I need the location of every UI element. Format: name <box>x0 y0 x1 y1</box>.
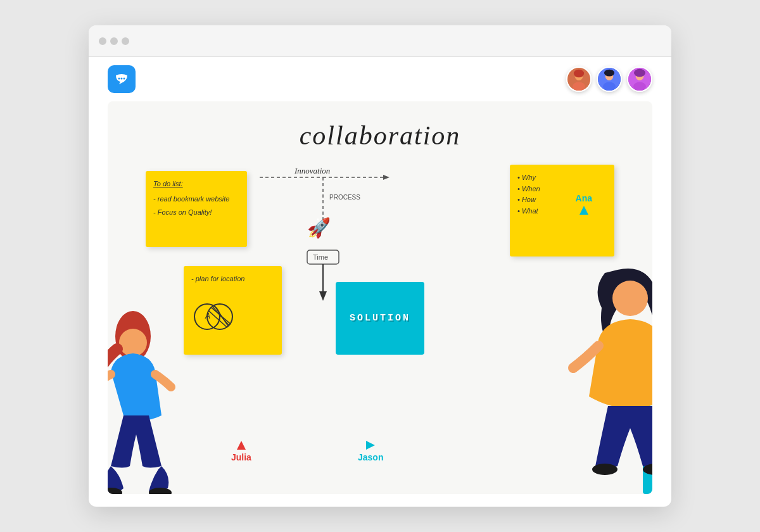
svg-text:PROCESS: PROCESS <box>329 194 360 201</box>
app-header <box>89 57 671 101</box>
svg-point-2 <box>121 78 123 80</box>
ana-label: Ana <box>576 193 592 203</box>
solution-box: SOLUTION <box>336 282 424 355</box>
sticky-note-3-text: • Why • When • How • What <box>517 172 607 217</box>
sticky-note-3[interactable]: • Why • When • How • What <box>510 165 614 256</box>
dot-yellow <box>110 37 118 45</box>
ana-cursor-icon <box>580 206 588 215</box>
sticky-note-1[interactable]: To do list: - read bookmark website - Fo… <box>146 171 247 247</box>
avatar-user3[interactable] <box>627 66 652 92</box>
svg-text:Innovation: Innovation <box>294 166 330 175</box>
whiteboard-area[interactable]: collaboration To do list: - read bookmar… <box>108 101 652 494</box>
avatar-user2[interactable] <box>597 66 622 92</box>
svg-point-1 <box>118 78 120 80</box>
svg-text:Time: Time <box>313 253 328 261</box>
jason-label: Jason <box>358 452 383 462</box>
svg-marker-28 <box>383 175 390 180</box>
figure-julia <box>108 301 200 494</box>
cursor-julia: Julia <box>231 441 251 462</box>
cursor-jason: Jason <box>358 441 383 462</box>
whiteboard-title: collaboration <box>300 120 461 151</box>
sticky-note-1-text: To do list: - read bookmark website - Fo… <box>153 179 239 218</box>
browser-dots <box>99 37 129 45</box>
julia-label: Julia <box>231 452 251 462</box>
svg-text:A: A <box>205 312 210 320</box>
svg-text:🚀: 🚀 <box>307 217 331 239</box>
julia-cursor-icon <box>237 441 246 450</box>
dot-green <box>122 37 129 45</box>
svg-point-40 <box>592 464 618 475</box>
svg-marker-34 <box>319 291 327 301</box>
browser-window: collaboration To do list: - read bookmar… <box>89 25 671 507</box>
svg-point-3 <box>124 78 125 80</box>
svg-point-11 <box>604 70 614 77</box>
browser-content: collaboration To do list: - read bookmar… <box>89 57 671 507</box>
svg-point-15 <box>634 69 645 77</box>
svg-point-39 <box>612 281 648 316</box>
app-logo[interactable] <box>108 65 136 93</box>
svg-point-7 <box>574 70 584 78</box>
solution-text: SOLUTION <box>350 313 410 324</box>
user-avatars <box>566 66 652 92</box>
avatar-user1[interactable] <box>566 66 592 92</box>
jason-cursor-icon <box>366 441 375 450</box>
figure-ana <box>554 251 652 494</box>
dot-red <box>99 37 106 45</box>
cursor-ana: Ana <box>576 193 592 215</box>
svg-point-36 <box>119 329 147 357</box>
browser-titlebar <box>89 25 671 57</box>
